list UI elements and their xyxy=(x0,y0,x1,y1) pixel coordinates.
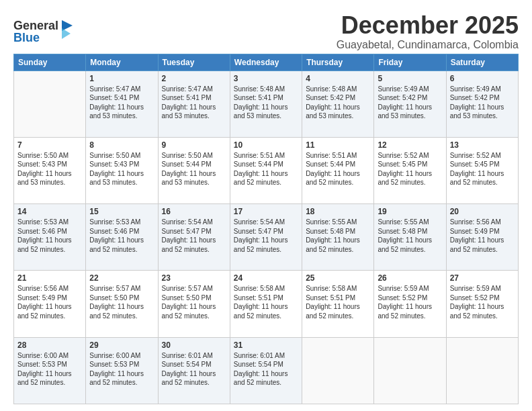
calendar-week-4: 21Sunrise: 5:56 AM Sunset: 5:49 PM Dayli… xyxy=(14,271,519,337)
day-number: 4 xyxy=(306,74,370,83)
day-info: Sunrise: 5:49 AM Sunset: 5:42 PM Dayligh… xyxy=(450,85,515,121)
day-info: Sunrise: 6:00 AM Sunset: 5:53 PM Dayligh… xyxy=(89,351,154,387)
table-row: 30Sunrise: 6:01 AM Sunset: 5:54 PM Dayli… xyxy=(158,337,230,404)
day-number: 24 xyxy=(234,273,298,283)
table-row: 10Sunrise: 5:51 AM Sunset: 5:44 PM Dayli… xyxy=(230,137,302,203)
table-row: 29Sunrise: 6:00 AM Sunset: 5:53 PM Dayli… xyxy=(86,337,158,404)
calendar-table: Sunday Monday Tuesday Wednesday Thursday… xyxy=(13,54,519,404)
day-number: 3 xyxy=(234,74,298,83)
col-saturday: Saturday xyxy=(446,54,518,71)
table-row: 12Sunrise: 5:52 AM Sunset: 5:45 PM Dayli… xyxy=(374,137,446,203)
location-title: Guayabetal, Cundinamarca, Colombia xyxy=(337,39,519,51)
header-row: Sunday Monday Tuesday Wednesday Thursday… xyxy=(14,54,519,71)
day-number: 18 xyxy=(306,207,370,216)
day-number: 6 xyxy=(450,74,515,83)
table-row: 3Sunrise: 5:48 AM Sunset: 5:41 PM Daylig… xyxy=(230,71,302,137)
table-row: 14Sunrise: 5:53 AM Sunset: 5:46 PM Dayli… xyxy=(14,204,86,271)
page: General Blue December 2025 Guayabetal, C… xyxy=(0,0,532,411)
day-info: Sunrise: 5:47 AM Sunset: 5:41 PM Dayligh… xyxy=(162,85,226,121)
day-info: Sunrise: 5:55 AM Sunset: 5:48 PM Dayligh… xyxy=(378,218,442,254)
day-info: Sunrise: 6:01 AM Sunset: 5:54 PM Dayligh… xyxy=(162,351,226,387)
col-monday: Monday xyxy=(86,54,158,71)
day-info: Sunrise: 5:55 AM Sunset: 5:48 PM Dayligh… xyxy=(306,218,370,254)
table-row: 28Sunrise: 6:00 AM Sunset: 5:53 PM Dayli… xyxy=(14,337,86,404)
table-row: 4Sunrise: 5:48 AM Sunset: 5:42 PM Daylig… xyxy=(302,71,374,137)
day-info: Sunrise: 5:51 AM Sunset: 5:44 PM Dayligh… xyxy=(234,151,298,187)
day-info: Sunrise: 5:53 AM Sunset: 5:46 PM Dayligh… xyxy=(89,218,154,254)
day-number: 13 xyxy=(450,140,515,150)
table-row: 9Sunrise: 5:50 AM Sunset: 5:44 PM Daylig… xyxy=(158,137,230,203)
table-row: 25Sunrise: 5:58 AM Sunset: 5:51 PM Dayli… xyxy=(302,271,374,337)
logo: General Blue xyxy=(13,15,74,48)
day-number: 19 xyxy=(378,207,442,216)
day-number: 17 xyxy=(234,207,298,216)
day-number: 11 xyxy=(306,140,370,150)
day-info: Sunrise: 5:57 AM Sunset: 5:50 PM Dayligh… xyxy=(89,284,154,320)
day-info: Sunrise: 5:53 AM Sunset: 5:46 PM Dayligh… xyxy=(17,218,82,254)
table-row: 8Sunrise: 5:50 AM Sunset: 5:43 PM Daylig… xyxy=(86,137,158,203)
day-number: 8 xyxy=(89,140,154,150)
day-number: 5 xyxy=(378,74,442,83)
day-info: Sunrise: 5:51 AM Sunset: 5:44 PM Dayligh… xyxy=(306,151,370,187)
table-row: 2Sunrise: 5:47 AM Sunset: 5:41 PM Daylig… xyxy=(158,71,230,137)
table-row: 13Sunrise: 5:52 AM Sunset: 5:45 PM Dayli… xyxy=(446,137,518,203)
table-row: 19Sunrise: 5:55 AM Sunset: 5:48 PM Dayli… xyxy=(374,204,446,271)
calendar-week-1: 1Sunrise: 5:47 AM Sunset: 5:41 PM Daylig… xyxy=(14,71,519,137)
day-number: 15 xyxy=(89,207,154,216)
svg-text:Blue: Blue xyxy=(13,31,40,44)
day-info: Sunrise: 5:54 AM Sunset: 5:47 PM Dayligh… xyxy=(162,218,226,254)
day-number: 29 xyxy=(89,340,154,350)
day-info: Sunrise: 5:56 AM Sunset: 5:49 PM Dayligh… xyxy=(450,218,515,254)
svg-text:General: General xyxy=(13,19,58,32)
logo-text: General Blue xyxy=(13,15,74,48)
table-row xyxy=(302,337,374,404)
day-info: Sunrise: 5:59 AM Sunset: 5:52 PM Dayligh… xyxy=(378,284,442,320)
day-info: Sunrise: 5:49 AM Sunset: 5:42 PM Dayligh… xyxy=(378,85,442,121)
day-info: Sunrise: 5:47 AM Sunset: 5:41 PM Dayligh… xyxy=(89,85,154,121)
table-row: 22Sunrise: 5:57 AM Sunset: 5:50 PM Dayli… xyxy=(86,271,158,337)
day-number: 28 xyxy=(17,340,82,350)
day-number: 7 xyxy=(17,140,82,150)
day-number: 21 xyxy=(17,273,82,283)
table-row: 27Sunrise: 5:59 AM Sunset: 5:52 PM Dayli… xyxy=(446,271,518,337)
day-info: Sunrise: 5:50 AM Sunset: 5:43 PM Dayligh… xyxy=(17,151,82,187)
calendar-week-2: 7Sunrise: 5:50 AM Sunset: 5:43 PM Daylig… xyxy=(14,137,519,203)
month-title: December 2025 xyxy=(337,12,519,39)
day-info: Sunrise: 5:58 AM Sunset: 5:51 PM Dayligh… xyxy=(234,284,298,320)
col-thursday: Thursday xyxy=(302,54,374,71)
day-number: 10 xyxy=(234,140,298,150)
table-row: 16Sunrise: 5:54 AM Sunset: 5:47 PM Dayli… xyxy=(158,204,230,271)
day-info: Sunrise: 5:48 AM Sunset: 5:42 PM Dayligh… xyxy=(306,85,370,121)
day-info: Sunrise: 5:56 AM Sunset: 5:49 PM Dayligh… xyxy=(17,284,82,320)
day-number: 30 xyxy=(162,340,226,350)
day-info: Sunrise: 5:50 AM Sunset: 5:44 PM Dayligh… xyxy=(162,151,226,187)
day-number: 1 xyxy=(89,74,154,83)
table-row: 26Sunrise: 5:59 AM Sunset: 5:52 PM Dayli… xyxy=(374,271,446,337)
col-friday: Friday xyxy=(374,54,446,71)
day-info: Sunrise: 5:52 AM Sunset: 5:45 PM Dayligh… xyxy=(450,151,515,187)
day-number: 27 xyxy=(450,273,515,283)
day-number: 12 xyxy=(378,140,442,150)
day-info: Sunrise: 6:01 AM Sunset: 5:54 PM Dayligh… xyxy=(234,351,298,387)
calendar-week-3: 14Sunrise: 5:53 AM Sunset: 5:46 PM Dayli… xyxy=(14,204,519,271)
header: General Blue December 2025 Guayabetal, C… xyxy=(13,12,519,51)
table-row: 15Sunrise: 5:53 AM Sunset: 5:46 PM Dayli… xyxy=(86,204,158,271)
table-row: 7Sunrise: 5:50 AM Sunset: 5:43 PM Daylig… xyxy=(14,137,86,203)
table-row: 24Sunrise: 5:58 AM Sunset: 5:51 PM Dayli… xyxy=(230,271,302,337)
day-number: 2 xyxy=(162,74,226,83)
col-wednesday: Wednesday xyxy=(230,54,302,71)
day-number: 26 xyxy=(378,273,442,283)
table-row: 21Sunrise: 5:56 AM Sunset: 5:49 PM Dayli… xyxy=(14,271,86,337)
day-number: 9 xyxy=(162,140,226,150)
day-number: 23 xyxy=(162,273,226,283)
day-number: 25 xyxy=(306,273,370,283)
day-info: Sunrise: 6:00 AM Sunset: 5:53 PM Dayligh… xyxy=(17,351,82,387)
svg-marker-3 xyxy=(62,28,71,39)
table-row: 31Sunrise: 6:01 AM Sunset: 5:54 PM Dayli… xyxy=(230,337,302,404)
table-row xyxy=(446,337,518,404)
calendar-week-5: 28Sunrise: 6:00 AM Sunset: 5:53 PM Dayli… xyxy=(14,337,519,404)
day-number: 16 xyxy=(162,207,226,216)
day-number: 31 xyxy=(234,340,298,350)
day-info: Sunrise: 5:57 AM Sunset: 5:50 PM Dayligh… xyxy=(162,284,226,320)
table-row: 17Sunrise: 5:54 AM Sunset: 5:47 PM Dayli… xyxy=(230,204,302,271)
